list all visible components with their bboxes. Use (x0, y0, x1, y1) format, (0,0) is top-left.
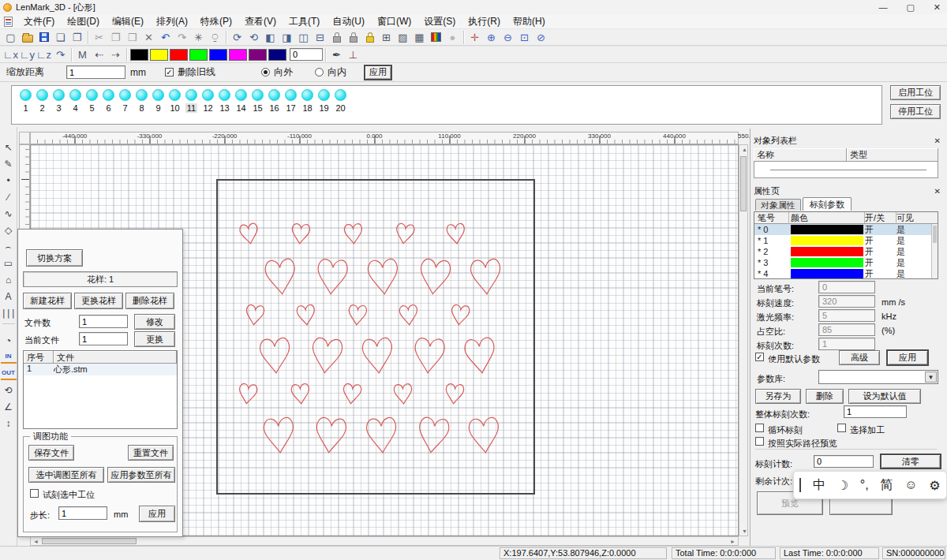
delete-icon[interactable]: ✕ (140, 30, 157, 45)
station-11[interactable]: 11 (185, 89, 197, 113)
color-swatch-2[interactable] (170, 49, 188, 61)
station-5[interactable]: 5 (86, 89, 98, 113)
menu-工具T[interactable]: 工具(T) (283, 14, 326, 29)
station-16[interactable]: 16 (268, 89, 280, 113)
step-apply-button[interactable]: 应用 (139, 506, 175, 522)
tab-mark-params[interactable]: 标刻参数 (803, 197, 852, 211)
color-swatch-7[interactable] (268, 49, 286, 61)
station-15[interactable]: 15 (252, 89, 264, 113)
menu-帮助H[interactable]: 帮助(H) (507, 14, 552, 29)
grid-icon[interactable]: ⊞ (378, 30, 395, 45)
copy-page-icon[interactable]: ❐ (69, 30, 85, 45)
station-20[interactable]: 20 (335, 89, 346, 113)
lock-icon[interactable] (328, 30, 345, 45)
hatch-icon[interactable]: ▨ (395, 30, 411, 45)
file-list-header-file[interactable]: 文件 (54, 351, 177, 364)
mark-count-input[interactable] (814, 455, 874, 468)
station-6[interactable]: 6 (103, 89, 114, 113)
file-list-header-no[interactable]: 序号 (24, 351, 54, 364)
menu-执行R[interactable]: 执行(R) (462, 14, 507, 29)
save-file-icon[interactable] (36, 30, 52, 45)
mark-origin-icon[interactable]: M (74, 47, 91, 62)
menu-绘图D[interactable]: 绘图(D) (61, 14, 106, 29)
station-13[interactable]: 13 (219, 89, 230, 113)
delete-pattern-button[interactable]: 删除花样 (125, 293, 174, 309)
mark-speed-field[interactable]: 320 (818, 295, 875, 308)
menu-特殊P[interactable]: 特殊(P) (194, 14, 238, 29)
object-list-body[interactable] (754, 161, 938, 178)
point-tool[interactable]: • (1, 172, 17, 189)
scale-distance-input[interactable] (66, 65, 125, 79)
station-8[interactable]: 8 (136, 89, 148, 113)
save-as-button[interactable]: 另存为 (755, 389, 801, 404)
new-file-icon[interactable]: ▢ (2, 30, 19, 45)
property-page-close-icon[interactable]: ✕ (934, 187, 941, 196)
modify-button[interactable]: 修改 (134, 314, 175, 330)
ime-emoji-icon[interactable]: ☺ (904, 478, 917, 492)
params-apply-button[interactable]: 应用 (886, 349, 929, 366)
pen-number-input[interactable] (290, 48, 323, 61)
minimize-button[interactable]: — (878, 2, 887, 12)
station-2[interactable]: 2 (36, 89, 48, 113)
coord-y-icon[interactable]: ∟y (19, 47, 36, 62)
pan-icon[interactable]: ✛ (466, 30, 483, 45)
line-tool[interactable]: ∕ (1, 189, 17, 205)
menu-编辑E[interactable]: 编辑(E) (106, 14, 150, 29)
pen-table[interactable]: 笔号 颜色 开/关 可见 * 0开是* 1开是* 2开是* 3开是* 4开是 (754, 211, 938, 279)
step-input[interactable] (58, 506, 107, 520)
curve-tool[interactable]: ∿ (1, 205, 17, 222)
scale-apply-button[interactable]: 应用 (364, 65, 392, 80)
save-file-button[interactable]: 保存文件 (28, 445, 74, 461)
zoom-prev-icon[interactable]: ⊘ (533, 30, 549, 45)
tab-object-properties[interactable]: 对象属性 (755, 199, 801, 211)
select-tool[interactable]: ↖ (1, 139, 17, 155)
laser-mark-icon[interactable]: ✳ (190, 30, 207, 45)
station-19[interactable]: 19 (318, 89, 330, 113)
disable-station-button[interactable]: 停用工位 (890, 104, 941, 119)
rect-tool[interactable]: ▭ (1, 255, 17, 271)
copy-icon[interactable]: ❐ (107, 30, 124, 45)
polyline-tool[interactable]: ◇ (1, 222, 17, 238)
ime-lang-icon[interactable]: 中 (813, 477, 825, 494)
param-lib-select[interactable]: ▼ (818, 370, 938, 384)
advanced-button[interactable]: 高级 (839, 350, 880, 365)
undo-icon[interactable]: ↶ (157, 30, 174, 45)
maximize-button[interactable]: ▢ (906, 2, 914, 13)
delete-param-button[interactable]: 删除 (806, 389, 844, 404)
color-swatch-3[interactable] (189, 49, 208, 61)
rotate-angle-icon[interactable]: ↷ (52, 47, 69, 62)
color-swatch-1[interactable] (150, 49, 168, 61)
menu-窗口W[interactable]: 窗口(W) (371, 14, 417, 29)
pen-visible-header[interactable]: 可见 (896, 212, 925, 224)
station-4[interactable]: 4 (69, 89, 81, 113)
pen-row-3[interactable]: * 3开是 (754, 257, 938, 268)
align-icon[interactable]: ◫ (295, 30, 312, 45)
pen-state-header[interactable]: 开/关 (865, 212, 896, 224)
coord-z-icon[interactable]: ∟z (36, 47, 52, 62)
mirror-v-icon[interactable]: ◨ (279, 30, 295, 45)
hatch-edit-icon[interactable]: ▦ (411, 30, 428, 45)
open-file-icon[interactable] (19, 30, 36, 45)
arc-tool[interactable]: ⌢ (1, 238, 17, 255)
cut-icon[interactable]: ✂ (91, 30, 107, 45)
pen-row-4[interactable]: * 4开是 (754, 268, 938, 279)
file-list[interactable]: 序号 文件 1心形.stm (23, 350, 178, 429)
pen-row-2[interactable]: * 2开是 (754, 246, 938, 257)
zoom-out-icon[interactable]: ⊖ (500, 30, 516, 45)
z-axis-tool[interactable]: ↕ (1, 415, 17, 431)
clear-count-button[interactable]: 清零 (880, 454, 941, 469)
color-swatch-5[interactable] (229, 49, 247, 61)
ime-simplified-icon[interactable]: 简 (880, 477, 893, 494)
pen-colors-icon[interactable] (428, 30, 444, 45)
station-18[interactable]: 18 (301, 89, 313, 113)
apply-params-all-button[interactable]: 应用参数至所有 (107, 467, 175, 483)
loop-mark-checkbox[interactable] (755, 424, 764, 432)
menu-查看V[interactable]: 查看(V) (238, 14, 283, 29)
current-file-input[interactable] (79, 332, 128, 345)
station-12[interactable]: 12 (202, 89, 214, 113)
vertical-scrollbar[interactable]: ▲ ▼ (739, 144, 748, 536)
menu-文件F[interactable]: 文件(F) (17, 14, 61, 29)
lock-all-icon[interactable] (361, 30, 378, 45)
color-swatch-6[interactable] (249, 49, 267, 61)
redo-icon[interactable]: ↷ (174, 30, 190, 45)
